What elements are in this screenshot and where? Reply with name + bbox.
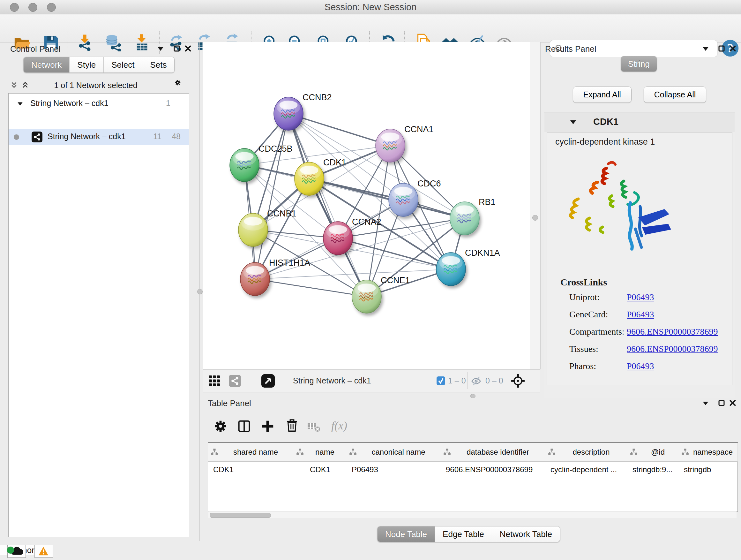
function-builder-icon: f(x)	[331, 419, 347, 432]
table-tab-edge-table[interactable]: Edge Table	[435, 526, 492, 542]
node-label-CCNB2: CCNB2	[302, 92, 332, 102]
crosslink-label: Tissues:	[569, 344, 598, 354]
delete-table-icon	[307, 420, 321, 434]
tab-select[interactable]: Select	[104, 57, 142, 72]
network-view-toolbar: String Network – cdk1 1 – 0 0 – 0	[203, 369, 540, 392]
network-node-CCNA2[interactable]	[323, 222, 353, 255]
network-node-CDKN1A[interactable]	[436, 253, 466, 286]
network-node-CDC25B[interactable]	[230, 148, 259, 182]
table-cell[interactable]: stringdb	[679, 462, 738, 478]
table-panel-close-icon[interactable]	[729, 399, 736, 407]
table-cell[interactable]: P06493	[347, 462, 441, 478]
collapse-all-button[interactable]: Collapse All	[644, 86, 706, 103]
network-right-rail	[530, 42, 541, 369]
crosslink-link[interactable]: P06493	[627, 361, 654, 371]
collection-label: String Network – cdk1	[30, 99, 109, 108]
toolbar-separator	[68, 31, 68, 54]
right-splitter-handle[interactable]	[532, 215, 538, 221]
network-view-share-icon[interactable]	[229, 375, 241, 387]
table-cell[interactable]: 9606.ENSP00000378699	[441, 462, 545, 478]
import-from-database-icon[interactable]	[105, 34, 122, 51]
column-header-canonicalname[interactable]: canonical name	[347, 443, 441, 462]
network-row-selected[interactable]: String Network – cdk1 11 48	[9, 129, 189, 145]
column-header-description[interactable]: description	[545, 443, 628, 462]
control-panel-menu-icon[interactable]	[157, 45, 164, 52]
node-label-CCNA2: CCNA2	[352, 217, 381, 227]
table-settings-gear-icon[interactable]	[213, 419, 228, 435]
add-column-icon[interactable]	[260, 419, 275, 435]
memory-status-dot	[7, 547, 14, 554]
network-node-CCNB2[interactable]	[274, 97, 303, 130]
control-panel-float-icon[interactable]	[173, 45, 180, 52]
table-cell[interactable]: CDK1	[208, 462, 293, 478]
crosslink-link[interactable]: 9606.ENSP00000378699	[627, 344, 718, 354]
grid-view-icon[interactable]	[208, 375, 220, 387]
tab-sets[interactable]: Sets	[142, 57, 174, 72]
expand-all-button[interactable]: Expand All	[573, 86, 631, 103]
results-tab-string[interactable]: String	[621, 56, 657, 71]
current-network-title: String Network – cdk1	[293, 376, 371, 385]
import-network-icon[interactable]	[76, 34, 94, 51]
node-count: 11	[153, 132, 161, 141]
birdseye-view-icon[interactable]	[261, 374, 275, 388]
delete-column-trash-icon[interactable]	[285, 418, 299, 434]
control-panel-tabs: NetworkStyleSelectSets	[23, 57, 175, 73]
left-splitter-handle[interactable]	[197, 289, 203, 294]
column-header-sharedname[interactable]: shared name	[208, 443, 294, 462]
table-panel-float-icon[interactable]	[718, 399, 725, 407]
network-node-RB1[interactable]	[450, 202, 479, 235]
node-table: shared namenamecanonical namedatabase id…	[208, 442, 738, 512]
gene-section-header[interactable]: CDK1	[544, 113, 735, 132]
node-label-CCNB1: CCNB1	[267, 209, 296, 219]
warning-status-button[interactable]	[35, 545, 53, 558]
table-cell[interactable]: cyclin-dependent ...	[545, 462, 627, 478]
bottom-splitter-handle[interactable]	[470, 394, 475, 398]
window-title: Session: New Session	[0, 2, 741, 12]
column-header-namespace[interactable]: namespace	[679, 443, 738, 462]
network-collection-row[interactable]: String Network – cdk1 1	[9, 96, 189, 112]
crosslink-label: Compartments:	[569, 327, 624, 337]
table-cell[interactable]: CDK1	[293, 462, 347, 478]
network-node-CCNA1[interactable]	[376, 129, 405, 162]
crosslink-link[interactable]: P06493	[627, 309, 654, 320]
show-columns-icon[interactable]	[237, 419, 252, 435]
network-node-CCNE1[interactable]	[352, 280, 381, 313]
crosslink-label: Pharos:	[569, 361, 596, 371]
tab-style[interactable]: Style	[70, 57, 104, 72]
table-panel-menu-icon[interactable]	[702, 400, 709, 407]
scrollbar-thumb[interactable]	[210, 513, 271, 518]
gene-section-collapse-icon[interactable]	[570, 120, 576, 125]
collapse-all-networks-icon[interactable]	[10, 81, 17, 88]
network-node-CDK1[interactable]	[294, 162, 324, 195]
network-node-CCNB1[interactable]	[239, 213, 268, 246]
gene-symbol: CDK1	[593, 117, 618, 127]
network-canvas[interactable]: CCNB2CCNA1CDC25BCDK1CDC6RB1CCNB1CCNA2CDK…	[203, 42, 530, 369]
gene-description: cyclin-dependent kinase 1	[555, 137, 655, 147]
protein-structure-image	[558, 152, 680, 260]
import-table-icon[interactable]	[133, 34, 151, 51]
network-node-HIST1H1A[interactable]	[240, 262, 270, 296]
control-panel-close-icon[interactable]	[185, 45, 192, 52]
hidden-nodes-edges-count: 0 – 0	[485, 376, 503, 385]
network-options-gear-icon[interactable]	[174, 79, 185, 90]
crosslink-label: GeneCard:	[569, 309, 608, 320]
table-tab-node-table[interactable]: Node Table	[378, 526, 435, 542]
column-header-databaseidentifier[interactable]: database identifier	[441, 443, 546, 462]
collection-expand-icon[interactable]	[17, 101, 23, 107]
node-label-CDC25B: CDC25B	[259, 144, 293, 153]
table-tab-network-table[interactable]: Network Table	[492, 526, 560, 542]
crosslink-link[interactable]: P06493	[627, 292, 654, 302]
tab-network[interactable]: Network	[23, 57, 70, 72]
column-header-name[interactable]: name	[293, 443, 347, 462]
network-node-CDC6[interactable]	[389, 183, 418, 216]
node-label-CDKN1A: CDKN1A	[465, 248, 500, 258]
crosslink-link[interactable]: 9606.ENSP00000378699	[627, 327, 718, 337]
selected-count-checkbox-icon[interactable]	[436, 376, 445, 385]
fit-selected-crosshair-icon[interactable]	[511, 374, 525, 388]
main-toolbar: ?	[0, 14, 741, 43]
table-cell[interactable]: stringdb:9...	[627, 462, 679, 478]
node-label-RB1: RB1	[479, 197, 495, 207]
network-tree: String Network – cdk1 1 String Network –…	[8, 93, 189, 537]
table-horizontal-scrollbar[interactable]	[208, 511, 737, 518]
column-header-id[interactable]: @id	[627, 443, 679, 462]
